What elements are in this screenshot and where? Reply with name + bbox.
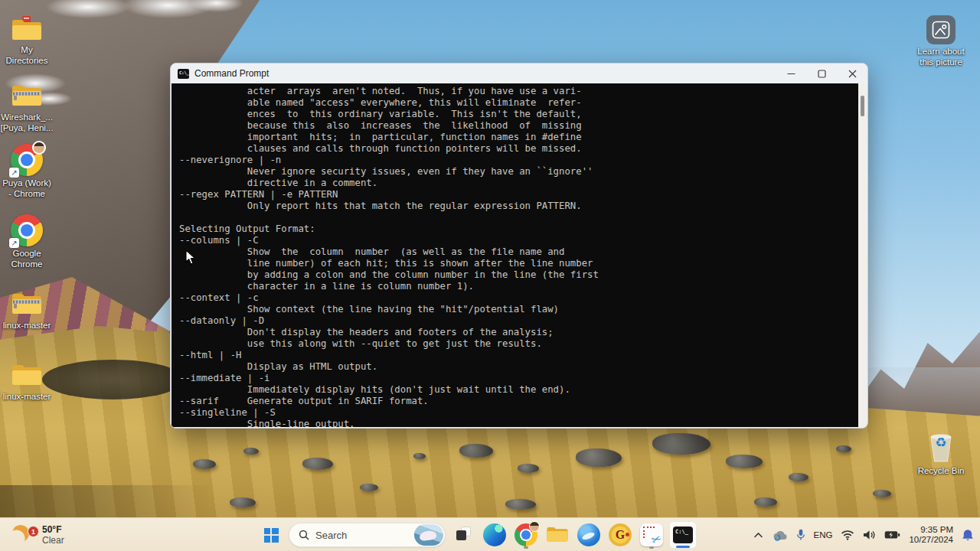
g-app-icon: G	[609, 523, 632, 546]
task-view-button[interactable]	[449, 521, 477, 549]
recycle-symbol-icon: ♻	[935, 435, 946, 450]
maximize-icon	[818, 70, 826, 78]
desktop-icon-puya-work-chrome[interactable]: ↗ Puya (Work) - Chrome	[0, 141, 57, 199]
taskbar-item-snipping-tool[interactable]: ✂	[638, 521, 665, 549]
taskbar: 1 50°F Clear Search	[0, 517, 980, 551]
onedrive-tray-icon[interactable]	[772, 530, 788, 541]
chrome-icon: ↗	[11, 214, 43, 246]
desktop-icon-label: Wireshark_... [Puya, Heni...	[0, 112, 57, 133]
window-titlebar[interactable]: C:\_ Command Prompt	[171, 64, 867, 83]
weather-condition: Clear	[42, 535, 64, 546]
command-prompt-window: C:\_ Command Prompt acter arrays aren't …	[170, 63, 868, 429]
taskbar-item-goldendict[interactable]: G	[606, 521, 634, 549]
mouse-cursor	[185, 249, 197, 266]
desktop-icon-label: My Directories	[0, 45, 57, 66]
scissors-icon: ✂	[650, 531, 664, 547]
battery-tray-icon[interactable]	[884, 530, 900, 540]
desktop-screen: My Directories Wireshark_... [Puya, Heni…	[0, 0, 980, 551]
running-indicator	[649, 546, 654, 549]
file-explorer-icon	[546, 525, 569, 545]
battery-charging-icon	[884, 530, 900, 540]
language-indicator[interactable]: ENG	[814, 530, 833, 540]
weather-temperature: 50°F	[42, 524, 64, 535]
desktop-icon-my-directories[interactable]: My Directories	[0, 8, 57, 66]
taskbar-item-command-prompt-active[interactable]: C:\_	[669, 521, 697, 549]
shortcut-arrow-icon: ↗	[9, 168, 19, 178]
desktop-icon-label: Puya (Work) - Chrome	[0, 178, 57, 199]
windows-logo-icon	[264, 528, 279, 543]
minimize-icon	[787, 70, 795, 78]
shortcut-arrow-icon: ↗	[9, 238, 19, 248]
taskbar-item-thunderbird[interactable]	[575, 521, 603, 549]
search-box[interactable]: Search	[289, 523, 446, 547]
thunderbird-icon	[577, 523, 600, 546]
zip-folder-icon	[0, 75, 57, 110]
folder-documents-icon	[0, 8, 57, 43]
time: 9:35 PM	[909, 525, 953, 536]
terminal-icon: C:\_	[673, 527, 693, 543]
desktop-icon-label: linux-master	[0, 321, 57, 331]
maximize-button[interactable]	[806, 64, 837, 83]
date: 10/27/2024	[909, 535, 953, 546]
taskbar-item-file-explorer[interactable]	[544, 521, 571, 549]
running-indicator	[524, 546, 528, 549]
chevron-up-icon	[753, 532, 763, 539]
desktop-icon-learn-about-picture[interactable]: Learn about this picture	[911, 9, 971, 67]
search-icon	[299, 530, 309, 540]
microphone-icon	[796, 529, 805, 541]
terminal-scrollbar[interactable]	[858, 83, 867, 427]
profile-avatar	[529, 521, 540, 532]
desktop-icon-recycle-bin[interactable]: ♻ Recycle Bin	[911, 429, 971, 477]
desktop-icon-linux-master-folder[interactable]: linux-master	[0, 354, 57, 403]
zip-folder-icon	[0, 283, 57, 318]
notification-center-button[interactable]	[962, 529, 974, 542]
snipping-tool-icon: ✂	[640, 523, 663, 546]
active-indicator	[676, 546, 690, 548]
picture-icon	[926, 15, 956, 44]
taskbar-item-chrome[interactable]	[512, 521, 540, 549]
close-icon	[848, 70, 857, 78]
desktop-icon-label: Google Chrome	[0, 249, 57, 269]
terminal-output-area[interactable]: acter arrays aren't noted. Thus, if you …	[172, 83, 858, 427]
microphone-tray-icon[interactable]	[796, 529, 805, 541]
edge-icon	[483, 523, 506, 546]
wifi-tray-icon[interactable]	[841, 530, 854, 540]
speaker-icon	[863, 530, 876, 540]
wifi-icon	[841, 530, 854, 540]
scrollbar-thumb[interactable]	[861, 96, 864, 116]
desktop-icon-label: Learn about this picture	[911, 47, 971, 67]
cloud-sync-icon	[772, 530, 788, 541]
chrome-icon	[514, 523, 537, 546]
close-button[interactable]	[837, 64, 867, 83]
minimize-button[interactable]	[776, 64, 806, 83]
tray-overflow-chevron[interactable]	[753, 532, 763, 539]
taskbar-item-edge[interactable]	[481, 521, 508, 549]
notification-badge: 1	[28, 526, 39, 537]
profile-avatar	[32, 141, 46, 155]
bell-icon	[962, 529, 974, 542]
desktop-icon-linux-master-zip[interactable]: linux-master	[0, 283, 57, 331]
recycle-bin-icon: ♻	[911, 429, 971, 464]
chrome-profile-icon: ↗	[11, 144, 43, 176]
desktop-icon-google-chrome[interactable]: ↗ Google Chrome	[0, 211, 57, 269]
weather-widget[interactable]: 1 50°F Clear	[8, 521, 69, 549]
search-highlight-image	[414, 524, 443, 546]
desktop-icon-label: Recycle Bin	[911, 466, 971, 477]
search-placeholder: Search	[315, 530, 414, 541]
desktop-icon-label: linux-master	[0, 392, 57, 403]
desktop-icon-wireshark-zip[interactable]: Wireshark_... [Puya, Heni...	[0, 75, 57, 133]
clock[interactable]: 9:35 PM 10/27/2024	[909, 525, 953, 546]
volume-tray-icon[interactable]	[863, 530, 876, 540]
command-prompt-icon: C:\_	[178, 69, 189, 79]
window-title: Command Prompt	[194, 68, 269, 79]
folder-icon	[0, 354, 57, 390]
terminal-text: acter arrays aren't noted. Thus, if you …	[172, 83, 858, 427]
start-button[interactable]	[257, 521, 285, 549]
